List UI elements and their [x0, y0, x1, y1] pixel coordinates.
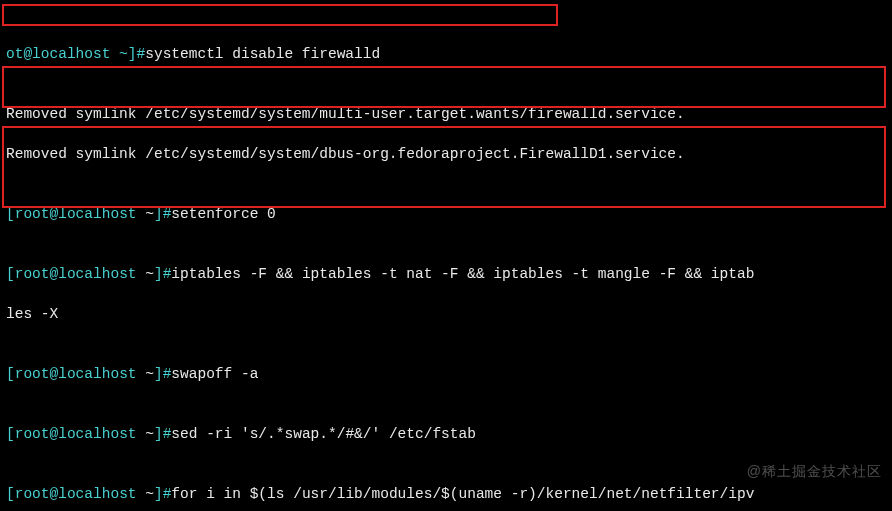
- command-text: sed -ri 's/.*swap.*/#&/' /etc/fstab: [171, 426, 476, 442]
- command-text: iptables -F && iptables -t nat -F && ipt…: [171, 266, 754, 282]
- output-line: Removed symlink /etc/systemd/system/mult…: [6, 106, 685, 122]
- prompt: [root@localhost ~]#: [6, 486, 171, 502]
- command-text: systemctl disable firewalld: [145, 46, 380, 62]
- command-text: les -X: [6, 306, 58, 322]
- command-text: for i in $(ls /usr/lib/modules/$(uname -…: [171, 486, 754, 502]
- command-text: swapoff -a: [171, 366, 258, 382]
- prompt: [root@localhost ~]#: [6, 426, 171, 442]
- command-text: setenforce 0: [171, 206, 275, 222]
- prompt: [root@localhost ~]#: [6, 366, 171, 382]
- watermark: @稀土掘金技术社区: [747, 461, 882, 481]
- prompt: [root@localhost ~]#: [6, 206, 171, 222]
- prompt: [root@localhost ~]#: [6, 266, 171, 282]
- terminal-output[interactable]: ot@localhost ~]#systemctl disable firewa…: [6, 4, 886, 511]
- output-line: Removed symlink /etc/systemd/system/dbus…: [6, 146, 685, 162]
- prompt-fragment: ot@localhost ~]#: [6, 46, 145, 62]
